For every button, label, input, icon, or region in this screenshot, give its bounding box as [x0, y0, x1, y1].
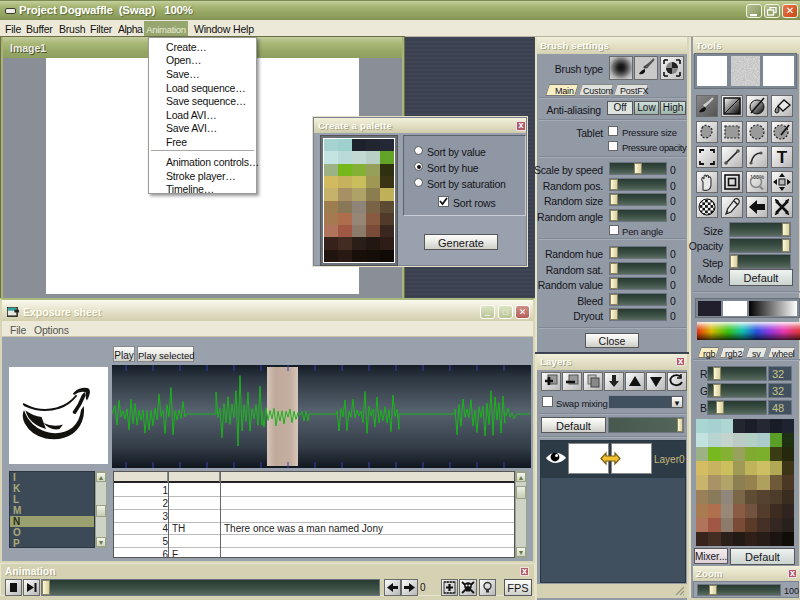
svg-text:T: T	[777, 148, 788, 167]
